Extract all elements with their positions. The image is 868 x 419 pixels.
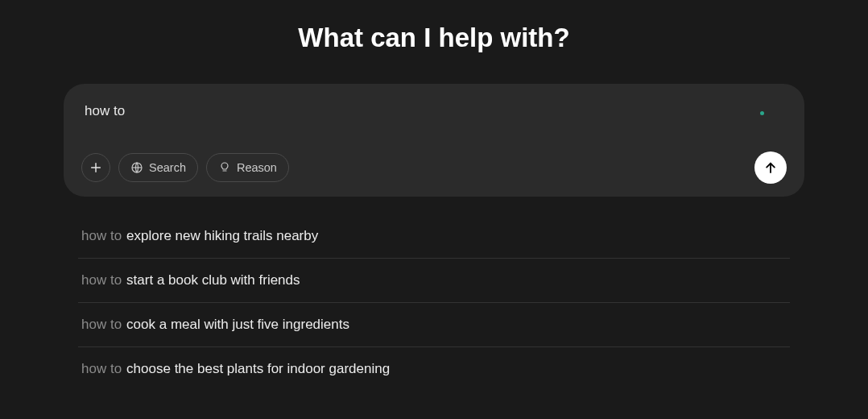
search-mode-label: Search bbox=[149, 161, 186, 174]
suggestion-prefix: how to bbox=[81, 317, 122, 333]
add-attachment-button[interactable] bbox=[81, 153, 110, 182]
suggestion-prefix: how to bbox=[81, 361, 122, 377]
reason-mode-label: Reason bbox=[237, 161, 277, 174]
globe-icon bbox=[130, 161, 143, 174]
status-indicator-dot bbox=[760, 111, 764, 115]
page-title: What can I help with? bbox=[64, 23, 804, 53]
input-card: Search Reason bbox=[64, 84, 804, 197]
suggestion-item[interactable]: how to cook a meal with just five ingred… bbox=[78, 303, 790, 347]
send-button[interactable] bbox=[754, 151, 787, 184]
suggestion-text: choose the best plants for indoor garden… bbox=[126, 361, 390, 377]
controls-row: Search Reason bbox=[81, 151, 787, 184]
main-container: What can I help with? bbox=[64, 0, 804, 391]
search-mode-button[interactable]: Search bbox=[118, 153, 198, 182]
suggestion-prefix: how to bbox=[81, 228, 122, 244]
suggestion-text: cook a meal with just five ingredients bbox=[126, 317, 349, 333]
suggestion-prefix: how to bbox=[81, 272, 122, 288]
suggestion-text: explore new hiking trails nearby bbox=[126, 228, 318, 244]
suggestion-item[interactable]: how to explore new hiking trails nearby bbox=[78, 214, 790, 259]
suggestion-item[interactable]: how to choose the best plants for indoor… bbox=[78, 347, 790, 391]
suggestion-item[interactable]: how to start a book club with friends bbox=[78, 259, 790, 303]
suggestion-text: start a book club with friends bbox=[126, 272, 300, 288]
input-row bbox=[81, 98, 787, 126]
reason-mode-button[interactable]: Reason bbox=[206, 153, 289, 182]
arrow-up-icon bbox=[763, 160, 778, 175]
query-input[interactable] bbox=[81, 98, 760, 126]
plus-icon bbox=[89, 161, 102, 174]
controls-left: Search Reason bbox=[81, 153, 289, 182]
lightbulb-icon bbox=[218, 161, 231, 174]
suggestions-list: how to explore new hiking trails nearby … bbox=[64, 214, 804, 391]
